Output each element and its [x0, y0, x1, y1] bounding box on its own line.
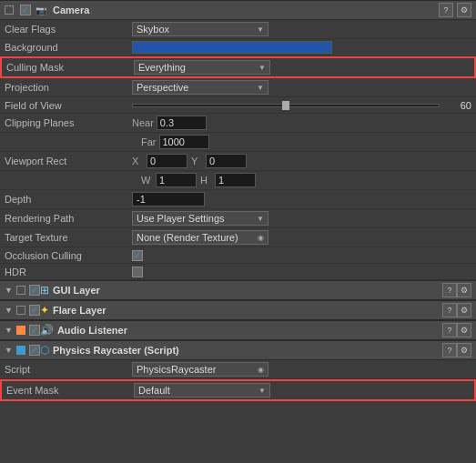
occlusion-culling-checkbox[interactable] — [132, 250, 143, 261]
clipping-planes-row: Clipping Planes Near — [0, 114, 476, 133]
audio-layer-checkbox[interactable] — [29, 325, 40, 336]
fov-slider-thumb[interactable] — [282, 101, 289, 110]
culling-mask-arrow: ▼ — [258, 64, 266, 72]
rendering-path-label: Rendering Path — [5, 213, 132, 224]
y-input[interactable] — [206, 154, 247, 168]
occlusion-culling-label: Occlusion Culling — [5, 250, 132, 261]
fov-slider-track[interactable] — [132, 104, 440, 107]
physics-layer-help-button[interactable]: ? — [442, 343, 457, 357]
projection-dropdown[interactable]: Perspective ▼ — [132, 80, 268, 95]
occlusion-culling-row: Occlusion Culling — [0, 247, 476, 264]
camera-enabled-checkbox[interactable] — [20, 5, 31, 15]
h-input[interactable] — [215, 173, 256, 187]
gui-layer-settings-button[interactable]: ⚙ — [457, 283, 471, 297]
camera-help-button[interactable]: ? — [439, 3, 453, 17]
background-row: Background — [0, 39, 476, 56]
physics-layer-settings-button[interactable]: ⚙ — [457, 343, 471, 357]
culling-mask-label: Culling Mask — [6, 62, 134, 73]
event-mask-label: Event Mask — [6, 385, 134, 396]
target-texture-text: None (Render Texture) — [137, 232, 238, 243]
gui-layer-help-button[interactable]: ? — [442, 283, 457, 297]
gui-layer-header[interactable]: ▼ ⊞ GUI Layer ? ⚙ — [0, 280, 476, 300]
depth-label: Depth — [5, 194, 132, 205]
projection-value: Perspective ▼ — [132, 80, 471, 95]
background-value — [132, 41, 471, 54]
camera-properties: Clear Flags Skybox ▼ Background Culling … — [0, 20, 476, 280]
near-input[interactable] — [157, 116, 207, 130]
flare-layer-help-button[interactable]: ? — [442, 303, 457, 317]
gui-layer-square[interactable] — [16, 286, 25, 295]
background-color-swatch[interactable] — [132, 41, 332, 54]
script-label: Script — [5, 364, 132, 375]
depth-value — [132, 192, 471, 206]
inspector-panel: 📷 Camera ? ⚙ Clear Flags Skybox ▼ Backgr… — [0, 0, 476, 401]
fov-label: Field of View — [5, 100, 132, 111]
flare-layer-header[interactable]: ▼ ✦ Flare Layer ? ⚙ — [0, 300, 476, 320]
camera-settings-button[interactable]: ⚙ — [457, 3, 471, 17]
physics-raycaster-title: Physics Raycaster (Script) — [53, 345, 442, 356]
clipping-planes-label: Clipping Planes — [5, 117, 132, 128]
clear-flags-value: Skybox ▼ — [132, 22, 471, 36]
physics-layer-icon: ⬡ — [40, 344, 49, 357]
physics-layer-square[interactable] — [16, 346, 25, 355]
flare-layer-arrow: ▼ — [5, 306, 13, 315]
flare-layer-checkbox[interactable] — [29, 305, 40, 316]
target-texture-arrow: ◉ — [258, 234, 264, 242]
clipping-planes-value: Near — [132, 116, 471, 130]
depth-input[interactable] — [132, 192, 205, 206]
fov-row: Field of View 60 — [0, 97, 476, 114]
rendering-path-dropdown[interactable]: Use Player Settings ▼ — [132, 211, 268, 226]
clear-flags-dropdown[interactable]: Skybox ▼ — [132, 22, 268, 36]
projection-label: Projection — [5, 82, 132, 93]
physics-raycaster-header[interactable]: ▼ ⬡ Physics Raycaster (Script) ? ⚙ — [0, 340, 476, 360]
flare-layer-square[interactable] — [16, 306, 25, 315]
script-row: Script PhysicsRaycaster ◉ — [0, 360, 476, 379]
culling-mask-dropdown-text: Everything — [138, 62, 186, 73]
event-mask-arrow: ▼ — [258, 387, 266, 395]
flare-layer-icon: ✦ — [40, 304, 49, 317]
depth-row: Depth — [0, 190, 476, 209]
camera-icon: 📷 — [34, 3, 48, 17]
gui-layer-checkbox[interactable] — [29, 285, 40, 296]
script-value: PhysicsRaycaster ◉ — [132, 362, 471, 377]
audio-layer-settings-button[interactable]: ⚙ — [457, 323, 471, 337]
viewport-rect-label: Viewport Rect — [5, 156, 132, 166]
clear-flags-label: Clear Flags — [5, 24, 132, 35]
audio-listener-header[interactable]: ▼ 🔊 Audio Listener ? ⚙ — [0, 320, 476, 340]
target-texture-row: Target Texture None (Render Texture) ◉ — [0, 228, 476, 247]
target-texture-dropdown[interactable]: None (Render Texture) ◉ — [132, 230, 268, 245]
script-arrow: ◉ — [258, 366, 264, 374]
event-mask-text: Default — [138, 385, 170, 396]
audio-layer-help-button[interactable]: ? — [442, 323, 457, 337]
camera-toggle-square[interactable] — [5, 5, 14, 15]
far-input[interactable] — [159, 135, 209, 149]
viewport-xy-group: X Y — [132, 154, 247, 168]
flare-layer-title: Flare Layer — [53, 305, 442, 316]
flare-layer-settings-button[interactable]: ⚙ — [457, 303, 471, 317]
script-text: PhysicsRaycaster — [137, 364, 216, 375]
event-mask-dropdown[interactable]: Default ▼ — [134, 383, 270, 398]
event-mask-value: Default ▼ — [134, 383, 470, 398]
background-label: Background — [5, 42, 132, 53]
occlusion-culling-value — [132, 250, 471, 261]
rendering-path-row: Rendering Path Use Player Settings ▼ — [0, 209, 476, 228]
physics-layer-checkbox[interactable] — [29, 345, 40, 356]
culling-mask-value: Everything ▼ — [134, 60, 470, 75]
script-dropdown[interactable]: PhysicsRaycaster ◉ — [132, 362, 268, 377]
near-label: Near — [132, 117, 154, 128]
projection-row: Projection Perspective ▼ — [0, 78, 476, 97]
clear-flags-arrow: ▼ — [257, 25, 264, 34]
projection-dropdown-text: Perspective — [137, 82, 188, 93]
gui-layer-title: GUI Layer — [53, 285, 442, 296]
physics-layer-arrow: ▼ — [5, 346, 13, 355]
far-value: Far — [141, 135, 471, 149]
culling-mask-dropdown[interactable]: Everything ▼ — [134, 60, 270, 75]
far-row: Far — [0, 133, 476, 152]
x-input[interactable] — [147, 154, 187, 168]
hdr-value — [132, 267, 471, 277]
hdr-checkbox[interactable] — [132, 267, 143, 277]
w-input[interactable] — [156, 173, 197, 187]
w-label: W — [141, 175, 152, 186]
audio-layer-square[interactable] — [16, 326, 25, 335]
clear-flags-row: Clear Flags Skybox ▼ — [0, 20, 476, 39]
